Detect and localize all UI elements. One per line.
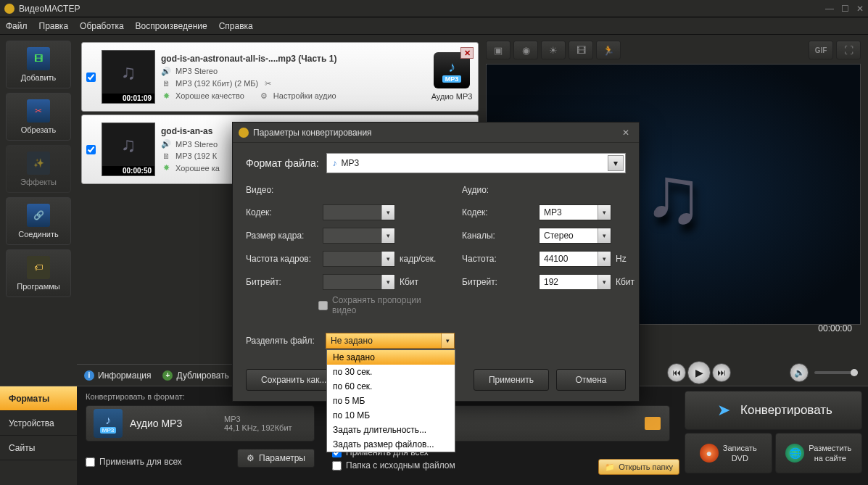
dialog-close-button[interactable]: ✕ [619,128,633,138]
window-controls: — ☐ ✕ [825,4,864,14]
file-item[interactable]: ♫ 00:01:09 god-is-an-astronaut-all-is-..… [81,42,479,112]
file-stereo: MP3 Stereo [175,67,218,75]
chevron-down-icon: ▾ [608,155,624,171]
convert-button[interactable]: ➤ Конвертировать [685,391,862,430]
audio-title: Аудио: [462,185,656,195]
join-button[interactable]: 🔗 Соединить [6,197,71,245]
play-button[interactable]: ▶ [687,361,711,384]
scissors-icon[interactable]: ✂ [263,79,273,88]
prev-button[interactable]: ⏮ [667,363,686,382]
video-codec-select[interactable]: ▾ [323,204,395,220]
file-meta: god-is-an-astronaut-all-is-....mp3 (Част… [161,54,424,101]
menu-bar: Файл Правка Обработка Воспроизведение Сп… [0,17,868,35]
split-option[interactable]: Не задано [327,350,455,365]
apply-button[interactable]: Применить [474,369,549,391]
freq-select[interactable]: 44100▾ [539,251,611,267]
file-thumbnail: ♫ 00:00:50 [102,123,155,176]
folder-icon[interactable] [645,417,661,430]
apply-all-checkbox[interactable] [86,457,95,467]
crop-icon[interactable]: ▣ [486,41,511,59]
channels-label: Каналы: [462,231,534,241]
params-button[interactable]: ⚙Параметры [237,449,315,468]
next-button[interactable]: ⏭ [712,363,731,382]
split-option[interactable]: по 30 сек. [327,365,455,379]
apply-all-label: Применить для всех [99,457,182,467]
quality-icon: ✸ [161,91,171,101]
split-option[interactable]: по 5 МБ [327,394,455,408]
maximize-button[interactable]: ☐ [841,4,849,14]
split-option[interactable]: по 10 МБ [327,408,455,423]
preview-toolbar: ▣ ◉ ☀ 🎞 🏃 GIF ⛶ [486,39,861,61]
open-folder-button[interactable]: 📁Открыть папку [598,459,679,475]
video-codec-label: Кодек: [246,207,318,217]
split-option[interactable]: Задать размер файлов... [327,437,455,452]
minimize-button[interactable]: — [825,4,834,14]
frame-icon[interactable]: 🎞 [569,41,593,59]
speed-icon[interactable]: 🏃 [596,41,621,59]
effects-button[interactable]: ✨ Эффекты [6,145,71,193]
duplicate-button[interactable]: +Дублировать [162,370,228,381]
dvd-button[interactable]: ●Записать DVD [685,433,772,473]
programs-label: Программы [17,282,59,291]
fullscreen-icon[interactable]: ⛶ [836,41,861,59]
gif-button[interactable]: GIF [809,41,833,59]
cut-label: Обрезать [21,125,57,134]
menu-file[interactable]: Файл [6,21,28,31]
tab-formats[interactable]: Форматы [0,386,77,411]
cancel-button[interactable]: Отмена [556,369,626,391]
keep-aspect-label: Сохранять пропорции видео [332,295,440,315]
format-selector[interactable]: ♪MP3 Аудио MP3 MP3 44,1 KHz, 192Кбит [86,405,315,442]
video-column: Видео: Кодек:▾ Размер кадра:▾ Частота ка… [246,185,440,315]
channels-select[interactable]: Стерео▾ [539,228,611,244]
programs-icon: 🏷 [27,256,50,279]
app-title: ВидеоМАСТЕР [19,4,825,14]
music-note-icon: ♫ [121,133,136,157]
split-file-select[interactable]: Не задано ▾ Не задано по 30 сек. по 60 с… [326,333,455,349]
info-button[interactable]: iИнформация [84,370,151,381]
format-badge[interactable]: ♪MP3 Аудио MP3 [430,52,474,101]
camera-icon[interactable]: ◉ [513,41,538,59]
add-button[interactable]: 🎞 Добавить [6,41,71,88]
effects-label: Эффекты [20,178,57,186]
programs-button[interactable]: 🏷 Программы [6,249,71,297]
file-checkbox[interactable] [86,145,96,154]
file-format-select[interactable]: ♪ MP3 ▾ [326,153,626,173]
file-quality[interactable]: Хорошее ка [175,164,220,173]
audio-codec-select[interactable]: MP3▾ [539,204,611,220]
split-option[interactable]: Задать длительность... [327,423,455,437]
publish-button[interactable]: 🌐Разместить на сайте [775,433,863,473]
video-bitrate-select[interactable]: ▾ [323,274,395,290]
kbit-unit: Кбит [400,277,440,287]
volume-icon[interactable]: 🔊 [790,363,809,382]
split-option[interactable]: по 60 сек. [327,379,455,394]
folder-open-icon: 📁 [605,463,615,472]
file-quality[interactable]: Хорошее качество [175,91,244,100]
app-icon [4,4,15,14]
audio-bitrate-select[interactable]: 192▾ [539,274,611,290]
video-title: Видео: [246,185,440,195]
brightness-icon[interactable]: ☀ [541,41,566,59]
menu-help[interactable]: Справка [219,21,253,31]
action-box: ➤ Конвертировать ●Записать DVD 🌐Размести… [679,386,868,485]
volume-slider[interactable] [814,371,858,374]
menu-process[interactable]: Обработка [80,21,124,31]
frame-size-select[interactable]: ▾ [323,228,395,244]
hz-unit: Hz [616,254,656,264]
preview-time: 00:00:00 [818,323,852,333]
fps-select[interactable]: ▾ [323,251,395,267]
fps-label: Частота кадров: [246,254,318,264]
file-format-label: Формат файла: [246,157,319,169]
badge-text: MP3 [442,75,462,83]
tab-sites[interactable]: Сайты [0,436,77,460]
remove-file-button[interactable]: ✕ [460,47,474,59]
menu-edit[interactable]: Правка [39,21,69,31]
close-button[interactable]: ✕ [856,4,864,14]
source-folder-checkbox[interactable] [332,461,342,471]
file-settings[interactable]: Настройки аудио [273,91,336,100]
split-file-label: Разделять файл: [246,336,318,346]
tab-devices[interactable]: Устройства [0,411,77,436]
gear-icon: ⚙ [259,91,269,101]
file-checkbox[interactable] [86,72,96,82]
cut-button[interactable]: ✂ Обрезать [6,93,71,141]
menu-playback[interactable]: Воспроизведение [136,21,207,31]
